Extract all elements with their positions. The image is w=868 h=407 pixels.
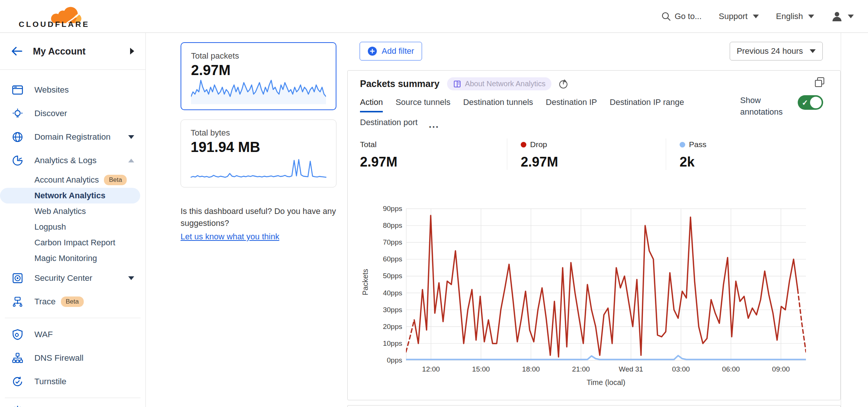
search-icon <box>661 12 671 21</box>
x-tick-label: 21:00 <box>564 365 598 373</box>
tab-action[interactable]: Action <box>360 97 383 112</box>
book-icon <box>453 80 461 88</box>
tab-destination-ip-range[interactable]: Destination IP range <box>610 97 684 111</box>
user-icon <box>831 11 843 22</box>
sidebar-item-waf[interactable]: WAF <box>0 323 145 346</box>
y-tick-label: 20pps <box>363 323 402 331</box>
sidebar-item-dns-firewall[interactable]: DNS Firewall <box>0 346 145 370</box>
beta-badge: Beta <box>104 175 127 185</box>
sidebar-item-partial[interactable] <box>0 403 145 407</box>
total-bytes-card[interactable]: Total bytes 191.94 MB <box>181 119 336 187</box>
sparkline-svg <box>191 157 326 182</box>
dimension-tabs: Action Source tunnels Destination tunnel… <box>360 97 689 131</box>
chevron-down-icon <box>808 15 814 18</box>
language-menu[interactable]: English <box>776 12 814 21</box>
sidebar-item-label: Analytics & Logs <box>34 156 96 165</box>
drop-legend-dot <box>521 142 526 147</box>
tab-source-tunnels[interactable]: Source tunnels <box>395 97 450 111</box>
duplicate-icon[interactable] <box>814 77 825 88</box>
lightbulb-icon <box>12 108 23 119</box>
annotations-toggle[interactable]: ✓ <box>798 95 823 110</box>
sidebar-subitem-label: Carbon Impact Report <box>34 238 115 248</box>
chevron-right-icon[interactable] <box>130 48 134 55</box>
bytes-sparkline <box>191 157 326 182</box>
sidebar-subitem-label: Web Analytics <box>34 206 86 216</box>
refresh-check-icon <box>12 376 23 387</box>
sidebar-item-websites[interactable]: Websites <box>0 78 145 102</box>
series-drop-dashed <box>406 320 414 352</box>
top-header: CLOUDFLARE Go to... Support English <box>0 0 868 33</box>
sidebar-item-security-center[interactable]: Security Center <box>0 266 145 290</box>
show-annotations-label: Show annotations <box>740 94 787 118</box>
x-tick-label: 12:00 <box>414 365 448 373</box>
plus-circle-icon <box>367 46 377 56</box>
chart-svg <box>406 208 806 361</box>
feedback-block: Is this dashboard useful? Do you have an… <box>181 205 341 243</box>
language-label: English <box>776 12 803 21</box>
tab-destination-tunnels[interactable]: Destination tunnels <box>463 97 533 111</box>
drop-stat: Drop 2.97M <box>507 139 666 170</box>
account-menu[interactable] <box>831 11 854 22</box>
sidebar-item-analytics-logs[interactable]: Analytics & Logs <box>0 149 145 172</box>
support-menu[interactable]: Support <box>719 12 759 21</box>
next-panel-edge <box>347 405 841 407</box>
total-packets-card[interactable]: Total packets 2.97M <box>181 42 336 110</box>
sidebar-item-discover[interactable]: Discover <box>0 102 145 125</box>
y-tick-label: 90pps <box>363 205 402 213</box>
sidebar-subitem-magic-monitoring[interactable]: Magic Monitoring <box>0 251 145 266</box>
packets-sparkline <box>191 80 326 104</box>
pass-label: Pass <box>689 140 707 149</box>
panel-header: Packets summary About Network Analytics <box>360 77 569 90</box>
x-tick-label: Wed 31 <box>614 365 648 373</box>
sidebar-item-label: Domain Registration <box>34 132 111 142</box>
sidebar-item-label: Security Center <box>34 273 92 283</box>
sidebar-item-label: DNS Firewall <box>34 353 83 363</box>
more-tabs-button[interactable]: ... <box>429 122 439 126</box>
feedback-question: Is this dashboard useful? Do you have an… <box>181 206 336 228</box>
tab-destination-port[interactable]: Destination port <box>360 118 418 131</box>
sidebar-item-label: WAF <box>34 330 53 339</box>
x-tick-label: 09:00 <box>764 365 798 373</box>
sidebar-item-turnstile[interactable]: Turnstile <box>0 370 145 393</box>
support-label: Support <box>719 12 748 21</box>
goto-search[interactable]: Go to... <box>661 12 702 21</box>
sparkline-svg <box>191 80 326 104</box>
feedback-link[interactable]: Let us know what you think <box>181 231 279 243</box>
sidebar-subitem-network-analytics[interactable]: Network Analytics <box>0 188 140 204</box>
trace-icon <box>12 296 23 307</box>
chevron-down-icon <box>128 135 134 139</box>
sidebar-subitem-account-analytics[interactable]: Account Analytics Beta <box>0 172 145 188</box>
stat-label: Total bytes <box>191 128 326 138</box>
time-range-button[interactable]: Previous 24 hours <box>730 42 823 60</box>
pie-chart-toggle-icon[interactable] <box>559 79 569 89</box>
chevron-down-icon <box>810 49 816 53</box>
total-value: 2.97M <box>360 154 507 170</box>
y-tick-label: 50pps <box>363 272 402 280</box>
sidebar-subitem-logpush[interactable]: Logpush <box>0 219 145 235</box>
add-filter-button[interactable]: Add filter <box>360 42 422 60</box>
y-tick-label: 0pps <box>363 356 402 364</box>
toggle-knob <box>810 97 822 108</box>
stat-value: 2.97M <box>191 62 326 78</box>
about-network-analytics-badge[interactable]: About Network Analytics <box>447 77 552 90</box>
sidebar-subitem-carbon-impact-report[interactable]: Carbon Impact Report <box>0 235 145 251</box>
security-center-icon <box>12 273 23 284</box>
sidebar-item-domain-registration[interactable]: Domain Registration <box>0 125 145 149</box>
totals-row: Total 2.97M Drop 2.97M Pass 2k <box>360 139 825 170</box>
sidebar-subitem-web-analytics[interactable]: Web Analytics <box>0 204 145 219</box>
back-arrow-icon[interactable] <box>11 47 22 56</box>
main-content: Add filter Previous 24 hours Packets sum… <box>347 33 841 407</box>
pie-chart-icon <box>12 155 23 166</box>
globe-icon <box>12 131 23 143</box>
stat-value: 191.94 MB <box>191 139 326 155</box>
pass-value: 2k <box>680 154 825 170</box>
sidebar-subitem-label: Network Analytics <box>34 191 105 201</box>
tab-destination-ip[interactable]: Destination IP <box>546 97 597 111</box>
sidebar-item-trace[interactable]: Trace Beta <box>0 290 145 313</box>
total-stat: Total 2.97M <box>360 139 507 170</box>
sidebar-subitem-label: Account Analytics <box>34 175 99 185</box>
account-row[interactable]: My Account <box>0 33 145 70</box>
sidebar-subitem-label: Logpush <box>34 222 66 232</box>
logo-wordmark: CLOUDFLARE <box>19 20 90 29</box>
beta-badge: Beta <box>61 296 84 307</box>
